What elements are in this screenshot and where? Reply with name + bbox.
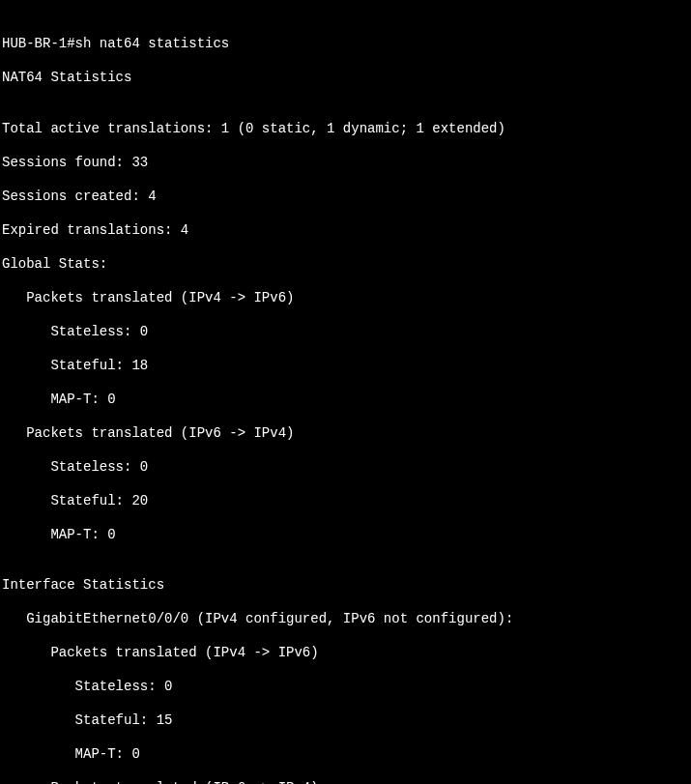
interface-stats-header: Interface Statistics <box>2 577 691 595</box>
sessions-created: Sessions created: 4 <box>2 189 691 206</box>
global-stats-header: Global Stats: <box>2 256 691 274</box>
global-v6v4-stateless: Stateless: 0 <box>2 459 691 477</box>
global-v4v6-stateless: Stateless: 0 <box>2 324 691 341</box>
iface-g000-v4v6-header: Packets translated (IPv4 -> IPv6) <box>2 645 691 662</box>
global-v6v4-header: Packets translated (IPv6 -> IPv4) <box>2 425 691 443</box>
iface-g000-v4v6-stateless: Stateless: 0 <box>2 679 691 696</box>
global-v6v4-stateful: Stateful: 20 <box>2 493 691 510</box>
iface-g000-v4v6-mapt: MAP-T: 0 <box>2 746 691 764</box>
total-active-translations: Total active translations: 1 (0 static, … <box>2 121 691 138</box>
output-title: NAT64 Statistics <box>2 70 691 87</box>
global-v4v6-stateful: Stateful: 18 <box>2 358 691 375</box>
iface-g000-v6v4-header: Packets translated (IPv6 -> IPv4) <box>2 780 691 784</box>
global-v6v4-mapt: MAP-T: 0 <box>2 527 691 544</box>
expired-translations: Expired translations: 4 <box>2 222 691 240</box>
global-v4v6-header: Packets translated (IPv4 -> IPv6) <box>2 290 691 307</box>
iface-g000-name: GigabitEthernet0/0/0 (IPv4 configured, I… <box>2 611 691 628</box>
sessions-found: Sessions found: 33 <box>2 155 691 172</box>
iface-g000-v4v6-stateful: Stateful: 15 <box>2 712 691 730</box>
global-v4v6-mapt: MAP-T: 0 <box>2 392 691 409</box>
command-prompt: HUB-BR-1#sh nat64 statistics <box>2 36 691 53</box>
